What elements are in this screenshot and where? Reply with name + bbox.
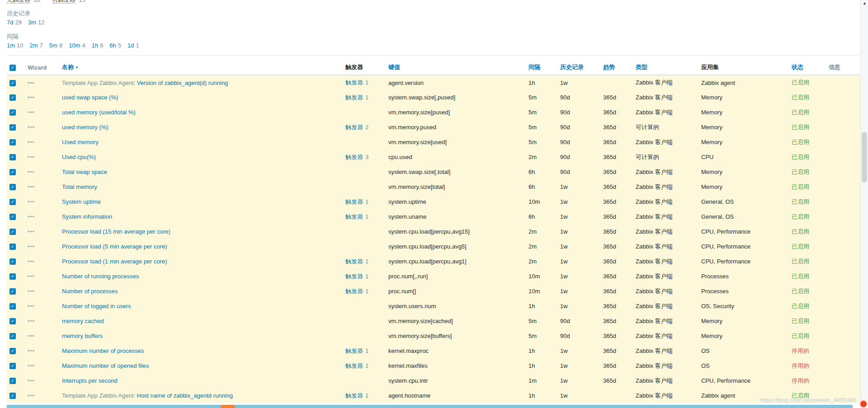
column-header-name[interactable]: 名称▼ xyxy=(50,60,342,75)
subfilter-option[interactable]: 1h6 xyxy=(92,42,104,49)
item-name-link[interactable]: Total memory xyxy=(62,183,97,190)
row-checkbox[interactable]: ✓ xyxy=(9,393,16,399)
wizard-menu-icon[interactable]: ••• xyxy=(28,184,35,190)
item-name-link[interactable]: System uptime xyxy=(62,198,101,205)
row-checkbox[interactable]: ✓ xyxy=(9,258,16,265)
item-status-link[interactable]: 停用的 xyxy=(792,362,809,369)
trigger-link[interactable]: 触发器 xyxy=(345,154,363,160)
item-status-link[interactable]: 已启用 xyxy=(792,124,809,131)
scrollbar-thumb[interactable] xyxy=(862,132,867,183)
sort-by-interval-link[interactable]: 间隔 xyxy=(528,64,540,70)
item-status-link[interactable]: 已启用 xyxy=(792,139,809,145)
column-header-status[interactable]: 状态 xyxy=(788,60,825,75)
sort-by-history-link[interactable]: 历史记录 xyxy=(560,64,584,70)
item-template-prefix[interactable]: Template App Zabbix Agent: xyxy=(62,80,137,86)
item-status-link[interactable]: 已启用 xyxy=(792,243,809,250)
item-name-link[interactable]: Maximum number of opened files xyxy=(62,362,149,369)
item-name-link[interactable]: used memory (used/total %) xyxy=(62,109,136,116)
subfilter-option-link[interactable]: 1m xyxy=(7,42,15,49)
item-name-link[interactable]: Processor load (5 min average per core) xyxy=(62,243,167,250)
subfilter-option[interactable]: 2m7 xyxy=(30,42,43,49)
wizard-menu-icon[interactable]: ••• xyxy=(28,273,35,280)
row-checkbox[interactable]: ✓ xyxy=(9,318,16,324)
wizard-menu-icon[interactable]: ••• xyxy=(28,378,35,384)
subfilter-option[interactable]: 6h5 xyxy=(109,42,121,49)
row-checkbox[interactable]: ✓ xyxy=(9,139,16,145)
row-checkbox[interactable]: ✓ xyxy=(9,214,16,220)
subfilter-option-link[interactable]: 10m xyxy=(69,42,80,49)
row-checkbox[interactable]: ✓ xyxy=(9,288,16,295)
trigger-link[interactable]: 触发器 xyxy=(345,198,363,205)
item-status-link[interactable]: 已启用 xyxy=(792,258,809,265)
column-header-key[interactable]: 键值 xyxy=(385,60,525,75)
trigger-link[interactable]: 触发器 xyxy=(345,392,363,399)
item-status-link[interactable]: 已启用 xyxy=(792,303,809,310)
wizard-menu-icon[interactable]: ••• xyxy=(28,109,35,116)
subfilter-option[interactable]: 10m4 xyxy=(69,42,85,49)
trigger-link[interactable]: 触发器 xyxy=(345,124,363,131)
wizard-menu-icon[interactable]: ••• xyxy=(28,348,35,354)
column-header-trends[interactable]: 趋势 xyxy=(599,60,632,75)
item-status-link[interactable]: 已启用 xyxy=(792,79,809,86)
item-name-link[interactable]: Processor load (1 min average per core) xyxy=(62,258,167,265)
row-checkbox[interactable]: ✓ xyxy=(9,378,16,384)
item-status-link[interactable]: 停用的 xyxy=(792,377,809,384)
wizard-menu-icon[interactable]: ••• xyxy=(28,303,35,310)
subfilter-option-link[interactable]: 7d xyxy=(7,19,13,26)
wizard-menu-icon[interactable]: ••• xyxy=(28,244,35,250)
subfilter-option[interactable]: 7d29 xyxy=(7,19,22,26)
wizard-menu-icon[interactable]: ••• xyxy=(28,139,35,145)
wizard-menu-icon[interactable]: ••• xyxy=(28,363,35,369)
row-checkbox[interactable]: ✓ xyxy=(9,169,16,175)
row-checkbox[interactable]: ✓ xyxy=(9,109,16,116)
subfilter-option-link[interactable]: 无触发器 xyxy=(7,0,30,4)
wizard-menu-icon[interactable]: ••• xyxy=(28,214,35,220)
wizard-menu-icon[interactable]: ••• xyxy=(28,318,35,324)
column-header-history[interactable]: 历史记录 xyxy=(557,60,599,75)
wizard-menu-icon[interactable]: ••• xyxy=(28,229,35,235)
item-status-link[interactable]: 停用的 xyxy=(792,347,809,354)
subfilter-option-link[interactable]: 1d xyxy=(127,42,134,49)
item-status-link[interactable]: 已启用 xyxy=(792,183,809,190)
row-checkbox[interactable]: ✓ xyxy=(9,363,16,369)
trigger-link[interactable]: 触发器 xyxy=(345,288,363,295)
subfilter-option[interactable]: 3m12 xyxy=(28,19,45,26)
wizard-menu-icon[interactable]: ••• xyxy=(28,333,35,339)
row-checkbox[interactable]: ✓ xyxy=(9,348,16,354)
item-name-link[interactable]: Version of zabbix_agent(d) running xyxy=(137,80,228,86)
wizard-menu-icon[interactable]: ••• xyxy=(28,393,35,399)
row-checkbox[interactable]: ✓ xyxy=(9,333,16,339)
sort-by-name-link[interactable]: 名称 xyxy=(62,64,74,70)
item-name-link[interactable]: Host name of zabbix_agentd running xyxy=(137,392,233,399)
sort-by-type-link[interactable]: 类型 xyxy=(636,64,647,70)
subfilter-option[interactable]: 5m8 xyxy=(49,42,62,49)
item-name-link[interactable]: Number of logged in users xyxy=(62,303,131,310)
item-status-link[interactable]: 已启用 xyxy=(792,213,809,220)
subfilter-option[interactable]: 无触发器 28 xyxy=(7,0,42,3)
row-checkbox[interactable]: ✓ xyxy=(9,184,16,190)
subfilter-option-link[interactable]: 有触发器 xyxy=(52,0,75,4)
trigger-link[interactable]: 触发器 xyxy=(345,258,363,265)
column-header-interval[interactable]: 间隔 xyxy=(525,60,557,75)
wizard-menu-icon[interactable]: ••• xyxy=(28,94,35,101)
trigger-link[interactable]: 触发器 xyxy=(345,94,363,101)
item-name-link[interactable]: Number of processes xyxy=(62,288,118,295)
trigger-link[interactable]: 触发器 xyxy=(345,273,363,280)
sort-by-trends-link[interactable]: 趋势 xyxy=(603,64,615,70)
item-status-link[interactable]: 已启用 xyxy=(792,154,809,160)
row-checkbox[interactable]: ✓ xyxy=(9,94,16,101)
trigger-link[interactable]: 触发器 xyxy=(345,213,363,220)
wizard-menu-icon[interactable]: ••• xyxy=(28,288,35,295)
row-checkbox[interactable]: ✓ xyxy=(9,244,16,250)
item-status-link[interactable]: 已启用 xyxy=(792,288,809,295)
wizard-menu-icon[interactable]: ••• xyxy=(28,154,35,160)
subfilter-option-link[interactable]: 3m xyxy=(28,19,36,26)
item-status-link[interactable]: 已启用 xyxy=(792,109,809,116)
item-name-link[interactable]: used memory (%) xyxy=(62,124,108,131)
item-name-link[interactable]: Number of running processes xyxy=(62,273,139,280)
subfilter-option-link[interactable]: 5m xyxy=(49,42,57,49)
item-name-link[interactable]: Total swap space xyxy=(62,169,107,175)
row-checkbox[interactable]: ✓ xyxy=(9,273,16,280)
wizard-menu-icon[interactable]: ••• xyxy=(28,169,35,175)
row-checkbox[interactable]: ✓ xyxy=(9,80,16,86)
